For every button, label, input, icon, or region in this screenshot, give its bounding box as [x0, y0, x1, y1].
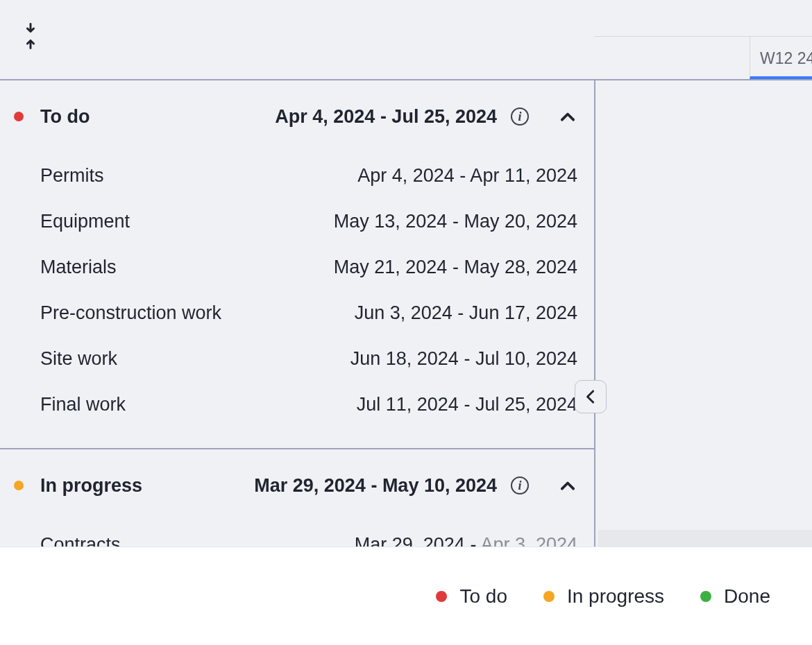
task-dates: May 21, 2024 - May 28, 2024 — [334, 257, 577, 278]
legend-item-todo: To do — [436, 585, 507, 608]
task-dates: Jun 18, 2024 - Jul 10, 2024 — [350, 348, 577, 370]
task-name: Site work — [40, 348, 117, 370]
task-row[interactable]: Materials May 21, 2024 - May 28, 2024 — [0, 244, 594, 290]
legend-item-inprogress: In progress — [543, 585, 664, 608]
status-dot-icon — [14, 481, 24, 490]
task-list-pane: To do Apr 4, 2024 - Jul 25, 2024 i Permi… — [0, 80, 594, 547]
gantt-pane[interactable] — [594, 80, 812, 547]
group-header-inprogress[interactable]: In progress Mar 29, 2024 - May 10, 2024 … — [0, 449, 594, 522]
timeline-week-cell[interactable]: W12 24 — [750, 37, 812, 79]
group-title: In progress — [40, 475, 142, 497]
task-name: Equipment — [40, 211, 130, 232]
task-dates: May 13, 2024 - May 20, 2024 — [334, 211, 577, 232]
chevron-up-icon[interactable] — [558, 476, 577, 495]
tasks-body-todo: Permits Apr 4, 2024 - Apr 11, 2024 Equip… — [0, 153, 594, 448]
legend-dot-icon — [543, 591, 555, 602]
group-header-todo[interactable]: To do Apr 4, 2024 - Jul 25, 2024 i — [0, 80, 594, 153]
task-dates: Jun 3, 2024 - Jun 17, 2024 — [355, 302, 577, 324]
task-row[interactable]: Permits Apr 4, 2024 - Apr 11, 2024 — [0, 153, 594, 198]
task-row[interactable]: Final work Jul 11, 2024 - Jul 25, 2024 — [0, 381, 594, 427]
task-name: Permits — [40, 165, 104, 187]
gantt-bar-contracts[interactable] — [598, 530, 812, 547]
task-name: Final work — [40, 394, 126, 415]
main: To do Apr 4, 2024 - Jul 25, 2024 i Permi… — [0, 80, 812, 547]
group-daterange: Mar 29, 2024 - May 10, 2024 — [254, 475, 497, 497]
timeline-week-label: W12 24 — [760, 49, 812, 67]
info-icon[interactable]: i — [509, 475, 530, 496]
legend-label: To do — [459, 585, 507, 608]
legend-dot-icon — [436, 591, 447, 602]
legend-bar: To do In progress Done — [0, 547, 812, 645]
collapse-rows-button[interactable] — [19, 22, 42, 50]
collapse-panel-button[interactable] — [575, 380, 607, 413]
legend-dot-icon — [700, 591, 711, 602]
task-dates: Apr 4, 2024 - Apr 11, 2024 — [357, 165, 577, 187]
timeline-header: W12 24 — [594, 36, 812, 80]
info-icon[interactable]: i — [509, 106, 530, 127]
toolbar: W12 24 — [0, 0, 812, 80]
legend-item-done: Done — [700, 585, 770, 608]
task-row[interactable]: Equipment May 13, 2024 - May 20, 2024 — [0, 198, 594, 244]
legend-label: In progress — [567, 585, 664, 608]
group-title: To do — [40, 106, 90, 128]
legend-label: Done — [724, 585, 770, 608]
group-daterange: Apr 4, 2024 - Jul 25, 2024 — [275, 106, 497, 128]
chevron-up-icon[interactable] — [558, 107, 577, 126]
task-row[interactable]: Site work Jun 18, 2024 - Jul 10, 2024 — [0, 336, 594, 381]
status-dot-icon — [14, 112, 24, 121]
task-name: Pre-construction work — [40, 302, 221, 324]
task-row[interactable]: Pre-construction work Jun 3, 2024 - Jun … — [0, 290, 594, 336]
task-dates: Jul 11, 2024 - Jul 25, 2024 — [357, 394, 577, 415]
group-todo: To do Apr 4, 2024 - Jul 25, 2024 i Permi… — [0, 80, 594, 449]
task-name: Materials — [40, 257, 117, 278]
